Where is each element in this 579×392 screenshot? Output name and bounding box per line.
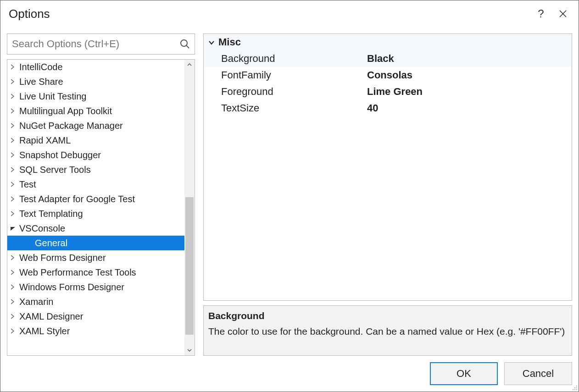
help-icon: ? [538, 7, 544, 20]
expander-closed-icon [10, 123, 17, 128]
property-row[interactable]: TextSize40 [204, 100, 572, 116]
svg-point-9 [574, 389, 575, 390]
expander-closed-icon [10, 182, 17, 187]
tree-item[interactable]: IntelliCode [7, 60, 184, 74]
property-category-header[interactable]: Misc [204, 34, 572, 50]
tree-item-label: SQL Server Tools [19, 165, 91, 175]
tree-item-label: Rapid XAML [19, 135, 71, 146]
dialog-body: IntelliCodeLive ShareLive Unit TestingMu… [0, 27, 579, 356]
category-tree: IntelliCodeLive ShareLive Unit TestingMu… [7, 59, 195, 356]
tree-item[interactable]: Multilingual App Toolkit [7, 104, 184, 118]
help-title: Background [208, 309, 567, 323]
tree-item-label: Web Performance Test Tools [19, 267, 136, 278]
tree-item[interactable]: Web Performance Test Tools [7, 265, 184, 280]
options-dialog: Options ? IntelliCodeLive ShareLive Unit… [0, 0, 579, 392]
cancel-button-label: Cancel [523, 368, 554, 380]
tree-item-label: IntelliCode [19, 62, 63, 72]
property-row[interactable]: ForegroundLime Green [204, 83, 572, 100]
tree-item-label: Text Templating [19, 209, 83, 219]
expander-closed-icon [10, 64, 17, 70]
svg-line-3 [186, 45, 189, 48]
tree-item[interactable]: Xamarin [7, 294, 184, 309]
property-category-label: Misc [218, 36, 241, 48]
property-value[interactable]: Consolas [364, 69, 572, 81]
tree-item-label: Xamarin [19, 297, 53, 307]
property-grid: Misc BackgroundBlackFontFamilyConsolasFo… [203, 33, 572, 301]
tree-item[interactable]: Test Adapter for Google Test [7, 192, 184, 206]
ok-button[interactable]: OK [430, 362, 498, 385]
tree-item[interactable]: Web Forms Designer [7, 250, 184, 265]
ok-button-label: OK [457, 368, 471, 380]
right-column: Misc BackgroundBlackFontFamilyConsolasFo… [203, 33, 572, 356]
tree-item-label: Live Share [19, 77, 63, 87]
expander-closed-icon [10, 108, 17, 114]
property-rows: BackgroundBlackFontFamilyConsolasForegro… [204, 50, 572, 116]
property-value[interactable]: Black [364, 53, 572, 65]
tree-item[interactable]: XAML Styler [7, 324, 184, 338]
svg-point-8 [573, 389, 573, 390]
expander-closed-icon [10, 79, 17, 84]
property-name: Background [204, 53, 364, 65]
scroll-up-icon[interactable] [184, 60, 195, 70]
search-field[interactable] [7, 33, 195, 55]
property-help-panel: Background The color to use for the back… [203, 305, 572, 356]
tree-scrollbar[interactable] [184, 60, 195, 355]
tree-item[interactable]: VSConsole [7, 221, 184, 236]
tree-item-label: VSConsole [19, 223, 65, 234]
tree-item[interactable]: Live Share [7, 74, 184, 89]
expander-closed-icon [10, 196, 17, 202]
dialog-button-row: OK Cancel [0, 356, 579, 392]
tree-item-label: Snapshot Debugger [19, 150, 101, 160]
property-name: FontFamily [204, 69, 364, 81]
tree-item[interactable]: SQL Server Tools [7, 162, 184, 177]
expander-closed-icon [10, 314, 17, 319]
tree-item[interactable]: Test [7, 177, 184, 192]
help-body: The color to use for the background. Can… [208, 324, 567, 339]
resize-grip-icon[interactable] [571, 384, 578, 391]
svg-point-7 [576, 387, 577, 388]
expander-closed-icon [10, 270, 17, 275]
svg-point-5 [576, 386, 577, 386]
expander-closed-icon [10, 284, 17, 290]
property-row[interactable]: BackgroundBlack [204, 50, 572, 67]
expander-closed-icon [10, 255, 17, 260]
tree-item[interactable]: XAML Designer [7, 309, 184, 324]
expander-closed-icon [10, 152, 17, 158]
expander-closed-icon [10, 138, 17, 143]
svg-marker-4 [11, 227, 15, 231]
expander-closed-icon [10, 299, 17, 304]
help-button[interactable]: ? [530, 3, 552, 25]
tree-item[interactable]: Windows Forms Designer [7, 280, 184, 294]
window-title: Options [9, 7, 530, 21]
expander-closed-icon [10, 211, 17, 216]
tree-viewport[interactable]: IntelliCodeLive ShareLive Unit TestingMu… [7, 60, 195, 355]
expander-closed-icon [10, 328, 17, 334]
tree-item-label: NuGet Package Manager [19, 121, 123, 131]
close-icon [559, 10, 567, 18]
scroll-down-icon[interactable] [184, 345, 195, 355]
expander-open-icon [10, 226, 17, 231]
cancel-button[interactable]: Cancel [504, 362, 572, 385]
property-value[interactable]: 40 [364, 102, 572, 114]
tree-item-label: General [35, 238, 67, 248]
scroll-thumb[interactable] [185, 197, 194, 335]
svg-point-10 [576, 389, 577, 390]
tree-item[interactable]: Rapid XAML [7, 133, 184, 148]
svg-point-6 [574, 387, 575, 388]
tree-item-label: XAML Designer [19, 311, 83, 322]
tree-item[interactable]: Live Unit Testing [7, 89, 184, 104]
property-row[interactable]: FontFamilyConsolas [204, 67, 572, 83]
search-icon [180, 39, 190, 49]
property-value[interactable]: Lime Green [364, 86, 572, 98]
tree-item[interactable]: Snapshot Debugger [7, 148, 184, 162]
expander-closed-icon [10, 167, 17, 172]
tree-item-label: Web Forms Designer [19, 253, 106, 263]
tree-item-label: Multilingual App Toolkit [19, 106, 112, 116]
tree-item[interactable]: NuGet Package Manager [7, 118, 184, 133]
search-input[interactable] [7, 34, 195, 54]
tree-item[interactable]: General [7, 236, 184, 250]
svg-point-2 [181, 40, 187, 46]
chevron-down-icon [208, 39, 215, 46]
tree-item[interactable]: Text Templating [7, 206, 184, 221]
close-button[interactable] [552, 3, 574, 25]
